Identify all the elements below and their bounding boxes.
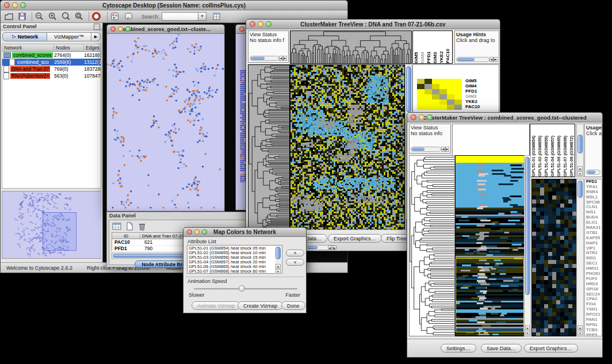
minimize-button[interactable] [118,26,123,32]
tv2-row-dendrogram[interactable] [409,155,455,336]
tv1-column-labels[interactable]: GIM5GIM4PFD1GIM3YKE2PAC10 [412,30,453,64]
tv2-zoom-vscroll[interactable]: ▲ ▼ [576,179,584,336]
new-file-icon[interactable] [125,222,134,231]
zoom-button[interactable] [266,21,271,27]
move-up-button[interactable]: ∧ [286,250,304,256]
close-button[interactable] [110,26,116,32]
close-button[interactable] [411,114,416,120]
zoom-button[interactable] [202,229,207,235]
close-button[interactable] [239,26,244,32]
network-list-row[interactable]: combined_scores2764(0)16218(0) [2,52,101,59]
usage-hints-hscroll[interactable] [586,170,600,175]
scrollbar-thumb[interactable] [577,135,583,154]
view-status-hscroll[interactable] [411,147,441,152]
network-list-row[interactable]: DNA and Tran 07769(0)183728(0) [2,66,101,72]
scrollbar-thumb[interactable] [412,148,424,151]
speed-slider-track[interactable] [194,288,297,290]
minimize-button[interactable] [419,114,424,120]
minimize-button[interactable] [258,21,263,27]
tv1-zoom-row-labels[interactable]: GIM5GIM4PFD1GIM3YKE2PAC10 [465,78,480,109]
network-graph-canvas[interactable] [107,34,224,210]
tv2-save-data-button[interactable]: Save Data… [481,344,522,352]
close-button[interactable] [250,21,255,27]
tab-overflow-arrow[interactable]: ▶ [91,32,101,41]
animate-vizmap-button[interactable]: Animate Vizmap [192,301,240,310]
scroll-down-arrow[interactable]: ▼ [276,269,281,274]
scroll-right-arrow[interactable]: ▶ [494,57,498,62]
birds-eye-canvas[interactable] [2,191,101,258]
tv1-heatmap[interactable] [290,64,405,230]
tv2-row-labels[interactable]: PFD1YRA1RNR4MSL1SPC98CLN1NIS1BUD4ELG1MAK… [584,179,602,336]
zoom-button[interactable] [125,26,131,32]
network-view-titlebar[interactable]: combined_scores_good.txt--cluste… [106,24,225,34]
usage-hints-hscroll[interactable] [456,57,489,62]
scroll-left-arrow[interactable]: ◀ [328,246,332,250]
tv2-settings-button[interactable]: Settings… [441,344,476,352]
dialog-titlebar[interactable]: Map Colors to Network [183,227,307,237]
tv1-zoom-heatmap[interactable] [417,79,462,110]
network-table-header[interactable]: Network Nodes Edges [2,44,101,52]
zoom-button[interactable] [427,114,433,120]
scroll-down-arrow[interactable]: ▼ [577,171,583,176]
speed-slider-thumb[interactable] [239,285,245,292]
main-title-bar[interactable]: Cytoscape Desktop (Session Name: collins… [0,0,348,10]
float-panel-icon[interactable] [94,24,100,30]
done-button[interactable]: Done [281,301,305,310]
tab-network[interactable]: Network [2,32,47,41]
tv1-column-dendrogram[interactable] [290,30,412,64]
open-file-icon[interactable] [4,12,14,21]
tv1-export-graphics-button[interactable]: Export Graphics… [328,234,382,243]
scroll-down-arrow[interactable]: ▼ [525,331,530,335]
tv2-export-graphics-button[interactable]: Export Graphics… [524,344,578,352]
scrollbar-thumb[interactable] [251,57,265,60]
attribute-list[interactable]: GPL51-01 (GSM854) heat shock 05 minGPL51… [187,245,282,274]
close-button[interactable] [4,2,10,8]
search-input[interactable] [162,12,198,21]
scroll-right-arrow[interactable]: ▶ [283,56,287,61]
scrollbar-thumb[interactable] [587,171,595,174]
scroll-right-arrow[interactable]: ▶ [445,147,449,152]
table-import-icon[interactable] [212,12,221,21]
trash-icon[interactable] [137,222,147,231]
tab-vizmapper[interactable]: VizMapper™ [47,32,91,41]
attribute-list-vscroll[interactable]: ▲ ▼ [275,246,281,274]
scrollbar-thumb[interactable] [577,181,583,198]
scroll-down-arrow[interactable]: ▼ [577,331,583,335]
zoom-in-icon[interactable] [48,12,58,21]
scrollbar-thumb[interactable] [525,157,530,295]
scroll-left-arrow[interactable]: ◀ [489,57,494,62]
tv2-global-heatmap[interactable] [455,155,525,336]
network-list-row[interactable]: RNAPuberNov2+563(0)107847(0) [2,72,101,79]
scroll-up-arrow[interactable]: ▲ [577,325,583,330]
treeview1-titlebar[interactable]: ClusterMaker TreeView : DNA and Tran 07-… [246,19,500,29]
close-button[interactable] [187,229,192,235]
tv2-collabel-vscroll[interactable]: ▲ ▼ [576,124,584,177]
zoom-out-icon[interactable] [35,12,44,21]
minimize-button[interactable] [194,229,200,235]
scroll-right-arrow[interactable]: ▶ [332,246,336,250]
zoom-selected-icon[interactable] [74,12,84,21]
annotation-icon[interactable] [124,12,133,21]
tv1-hscrollbar[interactable]: ◀ ▶ [306,245,337,250]
scrollbar-thumb[interactable] [406,66,411,112]
scroll-left-arrow[interactable]: ◀ [279,56,283,61]
zoom-button[interactable] [20,2,26,8]
tv1-row-dendrogram[interactable] [248,64,290,230]
attribute-list-item[interactable]: GPL51-07 (GSM868) heat shock 60 min [188,269,282,274]
tv2-column-labels[interactable]: GPL51-01 (GSM854)GPL51-02 (GSM855)GPL51-… [530,124,575,177]
scroll-up-arrow[interactable]: ▲ [276,264,281,269]
zoom-fit-icon[interactable] [61,12,71,21]
vizmapper-icon[interactable] [110,12,120,21]
help-lifering-icon[interactable] [91,12,101,21]
scroll-up-arrow[interactable]: ▲ [577,166,583,171]
tv2-zoom-heatmap[interactable] [531,179,577,336]
scrollbar-thumb[interactable] [307,246,318,249]
scroll-left-arrow[interactable]: ◀ [441,147,445,152]
birds-eye-view[interactable] [2,191,101,259]
scrollbar-thumb[interactable] [276,247,281,259]
tv2-global-vscroll[interactable]: ▲ ▼ [524,155,531,336]
network-list-row[interactable]: combined_sco2569(6)13112(15) [2,59,101,66]
treeview2-titlebar[interactable]: ClusterMaker TreeView : combined_scores_… [407,112,603,122]
minimize-button[interactable] [12,2,18,8]
view-status-hscroll[interactable] [250,56,279,61]
